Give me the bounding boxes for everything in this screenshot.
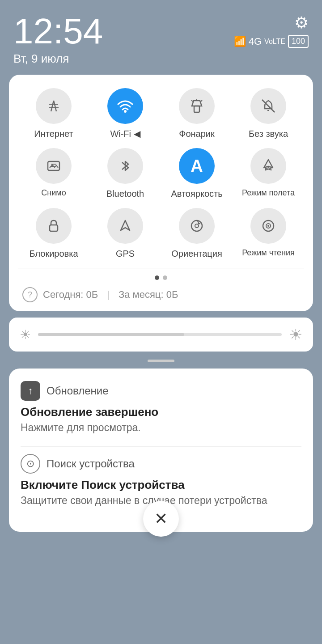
readingmode-label: Режим чтения [242, 248, 295, 258]
notif-main-finddevice: Включите Поиск устройства [21, 478, 301, 492]
airplane-icon [250, 148, 286, 184]
flashlight-label: Фонарик [179, 128, 215, 139]
internet-label: Интернет [34, 128, 73, 139]
silent-icon [250, 88, 286, 124]
brightness-fill [38, 333, 184, 336]
notif-header-finddevice: ⊙ Поиск устройства [21, 454, 301, 474]
quick-item-autobrightness[interactable]: A Автояркость [161, 148, 233, 199]
status-left: 12:54 Вт, 9 июля [13, 13, 103, 66]
svg-point-19 [195, 224, 199, 228]
wifi-icon [107, 88, 143, 124]
quick-item-gps[interactable]: GPS [89, 208, 161, 259]
svg-point-22 [267, 225, 269, 227]
silent-label: Без звука [249, 128, 288, 139]
dots-row [18, 275, 304, 280]
readingmode-icon [250, 208, 286, 244]
data-usage-icon: ? [22, 287, 38, 302]
close-button[interactable]: ✕ [143, 501, 179, 537]
quick-item-internet[interactable]: Интернет [18, 88, 89, 139]
notif-title-finddevice: Поиск устройства [47, 458, 135, 470]
clock: 12:54 [13, 13, 103, 49]
brightness-track[interactable] [38, 333, 282, 336]
network-type: 4G [249, 36, 262, 47]
brightness-panel: ☀ ☀ [9, 318, 313, 352]
signal-icon: 📶 [234, 36, 246, 47]
internet-icon [36, 88, 72, 124]
gps-icon [107, 208, 143, 244]
settings-icon[interactable]: ⚙ [294, 13, 309, 32]
svg-marker-17 [121, 220, 130, 230]
volte-icon: VoLTE [264, 38, 285, 46]
quick-item-screenshot[interactable]: Снимо [18, 148, 89, 199]
svg-line-0 [51, 101, 54, 111]
notif-body-update: Нажмите для просмотра. [21, 422, 301, 434]
quick-item-wifi[interactable]: Wi-Fi ◀ [89, 88, 161, 139]
wifi-label: Wi-Fi ◀ [110, 128, 140, 139]
notification-update[interactable]: ↑ Обновление Обновление завершено Нажмит… [21, 381, 301, 434]
lock-label: Блокировка [29, 248, 78, 259]
quick-item-readingmode[interactable]: Режим чтения [233, 208, 304, 259]
airplane-label: Режим полета [242, 188, 295, 198]
quick-item-lock[interactable]: Блокировка [18, 208, 89, 259]
data-usage: ? Сегодня: 0Б | За месяц: 0Б [18, 287, 304, 302]
autobrightness-label: Автояркость [171, 188, 222, 199]
autobrightness-icon: A [179, 148, 215, 184]
finddevice-icon: ⊙ [21, 454, 40, 474]
svg-rect-16 [50, 225, 58, 231]
svg-marker-5 [192, 101, 202, 106]
brightness-low-icon: ☀ [20, 327, 31, 342]
quick-item-orientation[interactable]: Ориентация [161, 208, 233, 259]
lock-icon [36, 208, 72, 244]
svg-line-1 [54, 101, 56, 111]
data-today: Сегодня: 0Б [43, 289, 98, 301]
quick-item-airplane[interactable]: Режим полета [233, 148, 304, 199]
quick-grid: Интернет Wi-Fi ◀ [18, 88, 304, 259]
dot-1[interactable] [155, 275, 159, 280]
status-right: ⚙ 📶 4G VoLTE 100 [234, 13, 309, 48]
data-month: За месяц: 0Б [119, 289, 178, 301]
screenshot-icon [36, 148, 72, 184]
panel-divider [18, 268, 304, 268]
brightness-high-icon: ☀ [289, 326, 302, 343]
notification-finddevice[interactable]: ⊙ Поиск устройства Включите Поиск устрой… [21, 454, 301, 507]
drag-handle[interactable] [148, 360, 174, 362]
svg-line-8 [191, 100, 193, 102]
orientation-icon [179, 208, 215, 244]
bluetooth-label: Bluetooth [106, 188, 144, 199]
svg-point-4 [124, 110, 127, 113]
quick-item-bluetooth[interactable]: Bluetooth [89, 148, 161, 199]
screenshot-label: Снимо [41, 188, 66, 198]
notif-title-update: Обновление [47, 385, 109, 397]
notif-main-update: Обновление завершено [21, 405, 301, 419]
dot-2[interactable] [163, 275, 167, 280]
gps-label: GPS [116, 248, 135, 259]
bluetooth-icon [107, 148, 143, 184]
status-icons: 📶 4G VoLTE 100 [234, 35, 309, 48]
svg-point-18 [191, 220, 202, 231]
status-bar: 12:54 Вт, 9 июля ⚙ 📶 4G VoLTE 100 [0, 0, 322, 70]
svg-line-9 [201, 100, 202, 102]
battery-level: 100 [288, 35, 309, 48]
date: Вт, 9 июля [13, 52, 103, 66]
quick-settings-panel: Интернет Wi-Fi ◀ [9, 75, 313, 311]
orientation-label: Ориентация [171, 248, 222, 259]
quick-item-flashlight[interactable]: Фонарик [161, 88, 233, 139]
notif-divider [21, 446, 301, 447]
svg-rect-6 [194, 106, 199, 112]
notif-header-update: ↑ Обновление [21, 381, 301, 401]
quick-item-silent[interactable]: Без звука [233, 88, 304, 139]
flashlight-icon [179, 88, 215, 124]
update-icon: ↑ [21, 381, 40, 401]
